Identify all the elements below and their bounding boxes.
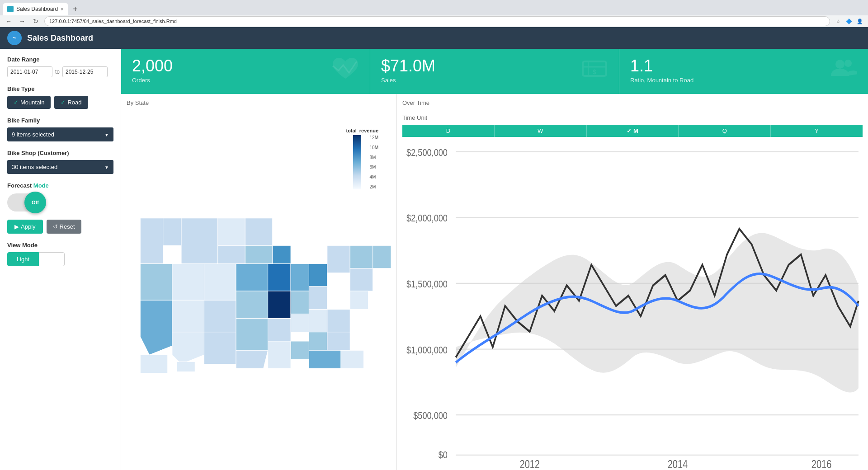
time-btn-Y[interactable]: Y — [770, 125, 863, 137]
view-mode-buttons: Light — [7, 252, 113, 266]
state-oh — [309, 287, 327, 309]
bike-shop-select[interactable]: 30 items selected — [7, 160, 113, 174]
kpi-orders-icon — [332, 57, 359, 80]
kpi-ratio-label: Ratio, Mountain to Road — [630, 77, 693, 84]
state-nv — [172, 264, 204, 301]
bike-family-label: Bike Family — [7, 117, 113, 124]
y-label-1000k: $1,000,000 — [406, 344, 448, 355]
reset-icon: ↺ — [53, 223, 58, 230]
charts-row: By State — [121, 94, 868, 470]
main-area: Date Range to Bike Type ✓ Mountain ✓ — [0, 49, 868, 470]
y-label-2500k: $2,500,000 — [406, 146, 448, 158]
state-nc — [309, 332, 327, 350]
time-btn-D[interactable]: D — [402, 125, 494, 137]
forecast-label: Forecast Mode — [7, 182, 113, 189]
kpi-ratio-text: 1.1 Ratio, Mountain to Road — [630, 57, 693, 84]
forecast-toggle[interactable]: Off — [7, 193, 43, 212]
chart-area: $2,500,000 $2,000,000 $1,500,000 $1,000,… — [402, 141, 863, 470]
state-ar — [268, 319, 291, 341]
tab-bar: Sales Dashboard × + — [0, 0, 868, 15]
legend-gradient — [353, 135, 361, 189]
kpi-sales-text: $71.0M Sales — [381, 57, 435, 84]
state-mo — [268, 291, 291, 319]
map-legend: total_revenue 12M 10M 8M 6M 4M 2M — [342, 124, 382, 195]
date-range-label: Date Range — [7, 56, 113, 63]
time-chart-svg: $2,500,000 $2,000,000 $1,500,000 $1,000,… — [402, 141, 863, 470]
back-button[interactable]: ← — [4, 16, 14, 26]
browser-actions: ☆ 🔷 👤 — [834, 17, 864, 26]
state-md — [350, 291, 368, 309]
time-btn-W[interactable]: W — [494, 125, 586, 137]
bike-family-section: Bike Family 9 items selected — [7, 117, 113, 141]
state-ne — [236, 264, 268, 291]
y-label-2000k: $2,000,000 — [406, 212, 448, 223]
road-label: Road — [67, 99, 81, 106]
bike-type-label: Bike Type — [7, 85, 113, 92]
refresh-button[interactable]: ↻ — [31, 16, 41, 26]
action-buttons: ▶ Apply ↺ Reset — [7, 220, 113, 234]
forward-button[interactable]: → — [17, 16, 27, 26]
bike-type-row: ✓ Mountain ✓ Road — [7, 96, 113, 109]
x-label-2014: 2014 — [668, 458, 688, 470]
apply-button[interactable]: ▶ Apply — [7, 220, 43, 234]
date-from-input[interactable] — [7, 66, 52, 77]
date-to-input[interactable] — [62, 66, 108, 77]
state-ny — [350, 245, 373, 268]
toggle-thumb[interactable]: Off — [24, 192, 46, 213]
time-btn-Q[interactable]: Q — [678, 125, 770, 137]
new-tab-button[interactable]: + — [69, 3, 82, 15]
apply-label: Apply — [21, 223, 36, 230]
state-az — [172, 332, 204, 364]
kpi-sales: $71.0M Sales $ — [370, 49, 619, 94]
url-input[interactable]: 127.0.0.1:7457/04_sales_dashboard_foreca… — [44, 16, 830, 26]
time-panel-header: Over Time Time Unit D W ✓ M Q Y — [402, 99, 863, 137]
state-ga — [309, 350, 341, 368]
state-ia — [268, 264, 291, 291]
forecast-toggle-container: Off — [7, 193, 113, 212]
legend-4m: 4M — [370, 174, 378, 179]
kpi-sales-icon: $ — [581, 57, 608, 80]
bike-type-mountain-button[interactable]: ✓ Mountain — [7, 96, 51, 109]
state-ak — [140, 355, 168, 373]
bike-family-select[interactable]: 9 items selected — [7, 127, 113, 141]
svg-point-5 — [844, 60, 852, 67]
view-mode-section: View Mode Light — [7, 242, 113, 266]
tab-title: Sales Dashboard — [16, 6, 58, 12]
view-dark-button[interactable] — [39, 252, 64, 266]
time-unit-buttons: D W ✓ M Q Y — [402, 125, 863, 137]
date-range-section: Date Range to — [7, 56, 113, 77]
legend-max: 12M — [370, 135, 378, 140]
view-light-button[interactable]: Light — [7, 252, 39, 266]
mountain-label: Mountain — [20, 99, 44, 106]
state-id — [163, 218, 181, 246]
state-co — [204, 300, 236, 332]
date-to-separator: to — [55, 69, 60, 75]
state-nj — [350, 268, 373, 291]
state-ky — [291, 314, 309, 332]
x-label-2012: 2012 — [520, 458, 540, 470]
forecast-mode-text: Mode — [33, 182, 49, 189]
tab-close-button[interactable]: × — [61, 6, 63, 12]
bike-type-road-button[interactable]: ✓ Road — [54, 96, 88, 109]
time-btn-M[interactable]: ✓ M — [586, 125, 679, 137]
time-panel: Over Time Time Unit D W ✓ M Q Y — [397, 94, 868, 470]
time-unit-label: Time Unit — [402, 114, 863, 121]
state-mt — [181, 218, 218, 264]
browser-chrome: Sales Dashboard × + ← → ↻ 127.0.0.1:7457… — [0, 0, 868, 27]
road-check-icon: ✓ — [61, 99, 66, 106]
state-wv — [309, 309, 327, 332]
x-label-2016: 2016 — [811, 458, 831, 470]
kpi-orders-label: Orders — [132, 77, 173, 84]
legend-6m: 6M — [370, 164, 378, 169]
active-tab[interactable]: Sales Dashboard × — [3, 3, 68, 15]
map-panel: By State — [121, 94, 397, 470]
bookmark-icon[interactable]: ☆ — [834, 17, 843, 26]
profile-icon[interactable]: 👤 — [855, 17, 864, 26]
state-ut — [172, 300, 204, 332]
extension-icon[interactable]: 🔷 — [844, 17, 854, 26]
state-il — [291, 264, 309, 291]
toggle-track: Off — [7, 193, 43, 212]
over-time-label: Over Time — [402, 99, 863, 106]
bike-shop-select-wrapper: 30 items selected — [7, 160, 113, 174]
reset-button[interactable]: ↺ Reset — [47, 220, 81, 234]
